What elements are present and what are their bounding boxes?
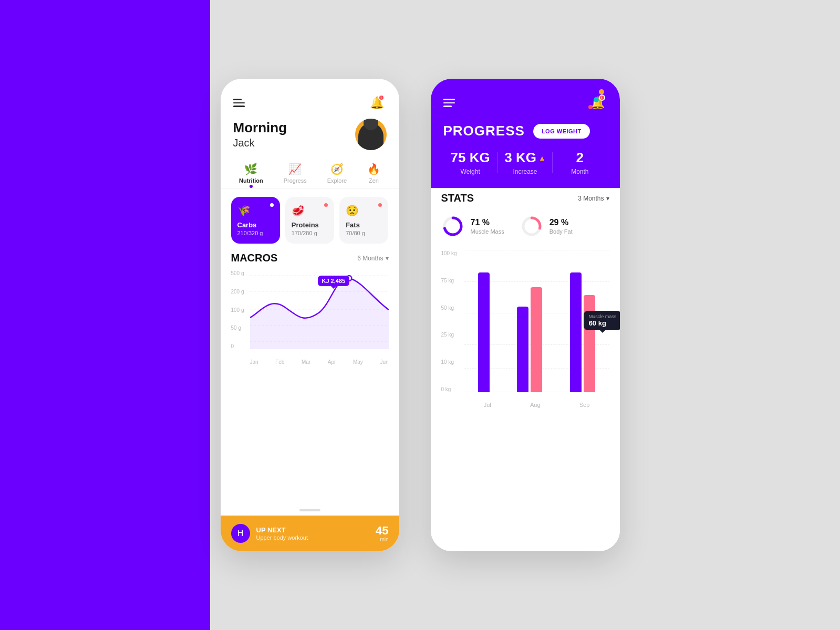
months-selector[interactable]: 3 Months ▾ <box>578 195 609 202</box>
chart-tooltip: KJ 2,485 <box>318 276 350 286</box>
fat-pct: 29 % <box>549 218 573 227</box>
increase-label: Increase <box>498 168 552 175</box>
dot-red <box>588 105 593 109</box>
macro-card-carbs[interactable]: 🌾 Carbs 210/320 g <box>231 197 280 244</box>
notification-badge: 1 <box>599 94 605 101</box>
workout-unit: min <box>376 537 388 542</box>
stats-row: 75 KG Weight 3 KG ▲ Increase 2 <box>443 150 607 175</box>
stats-title: STATS <box>441 192 474 204</box>
x-label: Jun <box>380 359 388 365</box>
greeting-name: Jack <box>233 137 287 149</box>
x-label: Apr <box>328 359 336 365</box>
scroll-indicator <box>221 505 399 516</box>
bar-chart: 100 kg 75 kg 50 kg 25 kg 10 kg 0 kg <box>441 250 609 408</box>
workout-info: UP NEXT Upper body workout <box>256 526 370 541</box>
y-label: 200 g <box>231 289 244 295</box>
phone-progress: 🔔 1 PROGRESS LOG WEIGHT 75 KG We <box>431 79 620 551</box>
bar-sep-purple <box>570 272 582 392</box>
macro-card-proteins[interactable]: 🥩 Proteins 170/280 g <box>285 197 334 244</box>
bar-aug-purple <box>517 307 528 392</box>
chevron-down-icon: ▾ <box>386 255 389 262</box>
bar-plot: Muscle mass 60 kg <box>464 250 609 392</box>
tab-progress[interactable]: 📈 Progress <box>284 163 307 188</box>
proteins-label: Proteins <box>292 221 328 229</box>
avatar-silhouette <box>358 123 383 150</box>
x-label: Jan <box>250 359 258 365</box>
progress-icon: 📈 <box>288 163 302 175</box>
log-weight-button[interactable]: LOG WEIGHT <box>533 124 590 139</box>
stat-increase: 3 KG ▲ Increase <box>498 150 552 175</box>
muscle-label: Muscle Mass <box>471 228 504 235</box>
workout-time: 45 min <box>376 525 388 542</box>
y-label: 100 g <box>231 307 244 313</box>
y-label: 75 kg <box>441 278 457 284</box>
donut-fat: 29 % Body Fat <box>520 215 573 238</box>
proteins-value: 170/280 g <box>292 230 328 236</box>
months-label: 3 Months <box>578 195 604 202</box>
chevron-down-icon: ▾ <box>606 195 609 202</box>
donut-row: 71 % Muscle Mass 29 % Body Fat <box>441 215 609 238</box>
macros-title: MACROS <box>231 252 278 264</box>
tab-explore[interactable]: 🧭 Explore <box>327 163 347 188</box>
phone-nutrition: 🔔 1 Morning Jack 🌿 Nutrition 📈 Progress <box>221 79 399 551</box>
bar-aug-pink <box>531 287 542 392</box>
workout-icon: H <box>231 524 250 543</box>
donut-muscle: 71 % Muscle Mass <box>441 215 504 238</box>
y-label: 100 kg <box>441 250 457 256</box>
macro-card-fats[interactable]: 😟 Fats 70/80 g <box>339 197 388 244</box>
greeting-section: Morning Jack <box>221 119 399 159</box>
bar-y-labels: 100 kg 75 kg 50 kg 25 kg 10 kg 0 kg <box>441 250 457 392</box>
bar-group-aug <box>517 287 542 392</box>
x-label: Mar <box>302 359 310 365</box>
fat-donut-chart <box>520 215 543 238</box>
carbs-value: 210/320 g <box>237 230 274 236</box>
tab-nutrition-label: Nutrition <box>239 177 263 184</box>
macro-cards: 🌾 Carbs 210/320 g 🥩 Proteins 170/280 g 😟… <box>221 188 399 252</box>
fats-label: Fats <box>346 221 382 229</box>
period-label: 6 Months <box>357 255 383 262</box>
scene: 🔔 1 Morning Jack 🌿 Nutrition 📈 Progress <box>221 79 620 551</box>
notification-button[interactable]: 🔔 1 <box>588 93 607 112</box>
workout-name: Upper body workout <box>256 534 370 541</box>
fats-value: 70/80 g <box>346 230 382 236</box>
fat-label: Body Fat <box>549 228 573 235</box>
bar-jul-purple <box>478 272 490 392</box>
greeting-time: Morning <box>233 120 287 136</box>
dot-orange <box>599 89 604 94</box>
bar-sep-pink: Muscle mass 60 kg <box>584 295 595 392</box>
increase-value: 3 KG ▲ <box>498 150 552 166</box>
tooltip-value: 60 kg <box>589 319 617 327</box>
notification-button[interactable]: 🔔 1 <box>368 93 387 112</box>
notification-badge: 1 <box>378 94 385 101</box>
explore-icon: 🧭 <box>330 163 344 175</box>
menu-icon[interactable] <box>233 99 245 107</box>
fats-icon: 😟 <box>346 204 382 217</box>
workout-bar[interactable]: H UP NEXT Upper body workout 45 min <box>221 516 399 551</box>
tooltip-title: Muscle mass <box>589 314 617 319</box>
carbs-label: Carbs <box>237 221 274 229</box>
card-dot <box>270 203 274 207</box>
month-value: 2 <box>553 150 607 166</box>
fat-info: 29 % Body Fat <box>549 218 573 235</box>
muscle-pct: 71 % <box>471 218 504 227</box>
tab-zen[interactable]: 🔥 Zen <box>367 163 380 188</box>
macros-section: MACROS 6 Months ▾ 500 g 200 g 100 g 50 g… <box>221 252 399 505</box>
macros-chart: 500 g 200 g 100 g 50 g 0 <box>231 270 389 365</box>
macros-header: MACROS 6 Months ▾ <box>231 252 389 264</box>
tooltip-value: KJ 2,485 <box>322 278 346 284</box>
y-label: 50 kg <box>441 305 457 311</box>
period-selector[interactable]: 6 Months ▾ <box>357 255 388 262</box>
greeting-text: Morning Jack <box>233 120 287 149</box>
y-label: 0 <box>231 343 244 349</box>
scroll-bar <box>299 509 320 511</box>
zen-icon: 🔥 <box>367 163 380 175</box>
menu-icon[interactable] <box>443 99 455 107</box>
progress-header: 🔔 1 PROGRESS LOG WEIGHT 75 KG We <box>431 79 620 188</box>
tab-nutrition[interactable]: 🌿 Nutrition <box>239 163 263 188</box>
stat-weight: 75 KG Weight <box>443 150 497 175</box>
carbs-icon: 🌾 <box>237 204 274 217</box>
y-label: 50 g <box>231 325 244 331</box>
x-label-jul: Jul <box>484 402 491 408</box>
chart-x-labels: Jan Feb Mar Apr May Jun <box>250 359 389 365</box>
stat-month: 2 Month <box>553 150 607 175</box>
